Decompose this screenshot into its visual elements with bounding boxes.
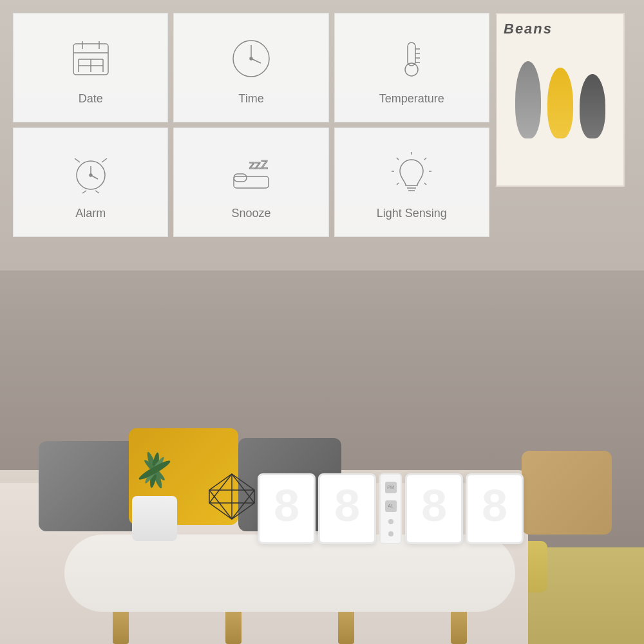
painting-title: Beans — [504, 21, 553, 37]
svg-line-33 — [424, 158, 426, 160]
svg-line-24 — [82, 191, 86, 193]
feature-label-snooze: Snooze — [231, 207, 270, 220]
svg-point-14 — [405, 63, 418, 76]
svg-line-25 — [95, 191, 99, 193]
diamond-decoration — [206, 471, 258, 525]
svg-line-49 — [232, 474, 254, 503]
clock-dot — [388, 519, 393, 524]
svg-text:zzZ: zzZ — [249, 158, 268, 171]
clock-middle-panel: PM AL — [379, 473, 402, 544]
clock-minutes — [405, 473, 524, 544]
feather-dark — [580, 74, 605, 138]
feature-grid: Date Time Temperature — [13, 13, 489, 237]
feather-yellow — [547, 68, 573, 138]
pillow-left — [39, 441, 142, 531]
clock-dot-2 — [388, 531, 393, 536]
clock-indicator-pm: PM — [385, 482, 397, 493]
feature-card-alarm[interactable]: Alarm — [13, 128, 168, 237]
svg-point-26 — [90, 174, 92, 176]
clock-icon — [225, 33, 277, 84]
svg-line-50 — [209, 490, 232, 519]
feature-label-alarm: Alarm — [75, 207, 106, 220]
svg-line-36 — [397, 158, 399, 160]
svg-line-22 — [75, 158, 80, 162]
feather-gray — [515, 61, 541, 138]
feature-card-light-sensing[interactable]: Light Sensing — [334, 128, 489, 237]
svg-line-23 — [102, 158, 107, 162]
plant-pot — [132, 496, 177, 541]
svg-line-38 — [397, 183, 399, 185]
svg-line-51 — [232, 490, 254, 519]
feature-card-temperature[interactable]: Temperature — [334, 13, 489, 122]
painting-content — [509, 55, 612, 145]
calendar-icon — [65, 33, 117, 84]
clock-digit-1 — [258, 473, 316, 544]
plant-leaves — [129, 444, 180, 496]
thermometer-icon — [386, 33, 437, 84]
snooze-icon: zzZ — [225, 147, 277, 199]
clock-digit-2 — [318, 473, 376, 544]
clock-digit-3 — [405, 473, 463, 544]
feature-card-snooze[interactable]: zzZ Snooze — [173, 128, 328, 237]
feature-label-temperature: Temperature — [379, 92, 444, 106]
feature-label-date: Date — [79, 92, 103, 106]
led-clock: PM AL — [258, 473, 524, 544]
svg-rect-13 — [408, 43, 415, 66]
svg-rect-28 — [234, 174, 247, 182]
feature-card-time[interactable]: Time — [173, 13, 328, 122]
svg-rect-27 — [234, 176, 269, 188]
plant — [129, 444, 180, 541]
clock-indicator-al: AL — [385, 500, 397, 512]
feature-label-light-sensing: Light Sensing — [377, 207, 447, 220]
svg-line-48 — [209, 474, 232, 503]
coffee-table — [64, 535, 515, 612]
feature-label-time: Time — [238, 92, 263, 106]
feature-card-date[interactable]: Date — [13, 13, 168, 122]
pillow-far-right — [522, 451, 612, 535]
alarm-icon — [65, 147, 117, 199]
lightbulb-icon — [386, 147, 437, 199]
clock-digit-4 — [466, 473, 524, 544]
svg-point-12 — [250, 57, 252, 60]
plant-svg — [129, 444, 180, 496]
svg-line-35 — [424, 183, 426, 185]
clock-hours — [258, 473, 376, 544]
wall-painting: Beans — [496, 13, 625, 187]
